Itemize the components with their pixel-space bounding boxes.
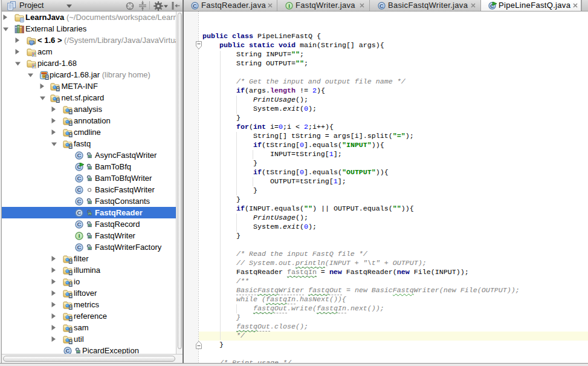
svg-text:C: C	[77, 209, 82, 216]
svg-text:C: C	[77, 152, 82, 158]
svg-text:C: C	[380, 2, 384, 8]
svg-text:C: C	[77, 198, 82, 204]
svg-text:I: I	[288, 2, 290, 8]
svg-text:C: C	[77, 221, 82, 227]
svg-text:C: C	[66, 347, 70, 354]
svg-text:C: C	[77, 186, 82, 193]
svg-text:C: C	[77, 244, 82, 250]
svg-text:C: C	[77, 175, 82, 181]
svg-text:I: I	[79, 232, 80, 239]
svg-text:C: C	[193, 2, 197, 8]
